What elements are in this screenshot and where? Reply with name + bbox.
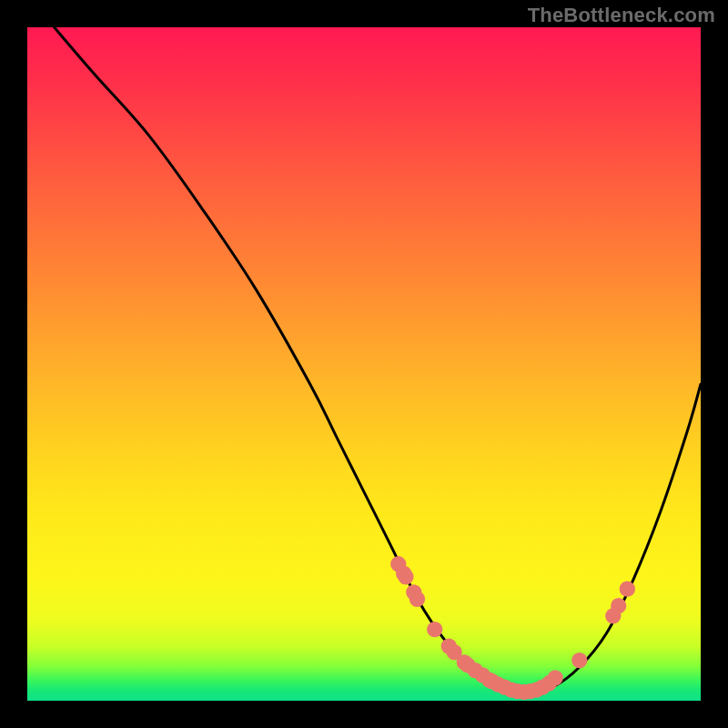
watermark-text: TheBottleneck.com [528,4,715,27]
plot-area [27,27,701,701]
curve-svg [27,27,701,701]
datapoint-dot [620,581,635,596]
datapoint-dots-group [390,556,635,700]
datapoint-dot [571,652,587,668]
datapoint-dot [398,569,413,584]
bottleneck-curve-path [55,27,701,694]
chart-frame: TheBottleneck.com [0,0,728,728]
datapoint-dot [611,598,626,613]
datapoint-dot [410,592,425,607]
datapoint-dot [547,670,562,685]
datapoint-dot [427,622,442,637]
